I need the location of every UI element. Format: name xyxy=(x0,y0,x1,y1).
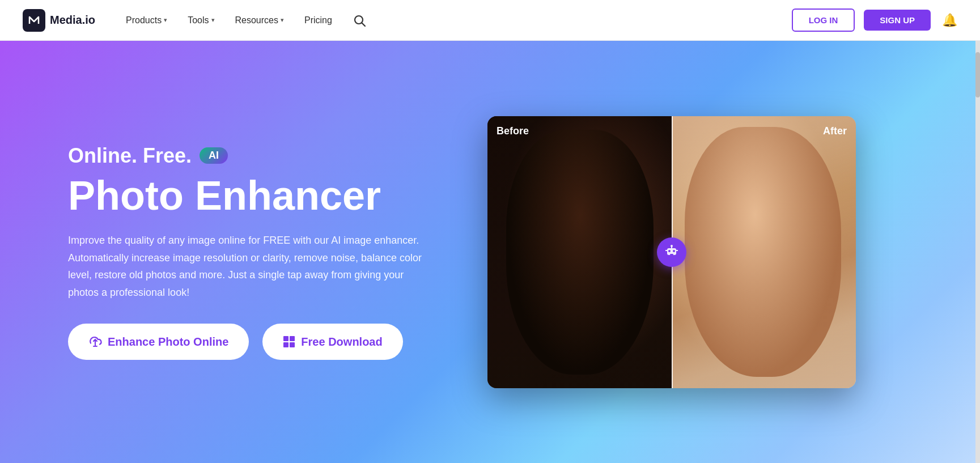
nav-item-products[interactable]: Products ▾ xyxy=(118,11,175,30)
navbar: Media.io Products ▾ Tools ▾ Resources ▾ … xyxy=(0,0,980,41)
hero-section: Online. Free. AI Photo Enhancer Improve … xyxy=(0,41,980,463)
after-face xyxy=(685,127,841,377)
search-icon xyxy=(353,14,366,27)
nav-item-pricing[interactable]: Pricing xyxy=(296,11,340,30)
scrollbar[interactable] xyxy=(975,41,980,463)
logo-icon xyxy=(23,9,45,32)
chevron-down-icon: ▾ xyxy=(211,16,215,24)
ai-badge: AI xyxy=(200,147,228,164)
after-label: After xyxy=(823,125,847,137)
after-image: After xyxy=(672,116,856,388)
hero-content: Online. Free. AI Photo Enhancer Improve … xyxy=(68,144,465,360)
hero-buttons: Enhance Photo Online Free Download xyxy=(68,324,465,360)
free-download-button[interactable]: Free Download xyxy=(262,324,402,360)
svg-rect-5 xyxy=(283,342,289,347)
svg-line-2 xyxy=(362,23,365,26)
logo-text: Media.io xyxy=(50,14,95,27)
chevron-down-icon: ▾ xyxy=(281,16,284,24)
nav-item-tools[interactable]: Tools ▾ xyxy=(180,11,222,30)
svg-rect-4 xyxy=(290,336,295,341)
ai-handle-icon xyxy=(664,243,680,262)
image-comparison-area: Before After xyxy=(487,116,856,388)
windows-icon xyxy=(283,335,295,348)
hero-badge-row: Online. Free. AI xyxy=(68,144,465,168)
enhance-photo-label: Enhance Photo Online xyxy=(108,335,228,349)
svg-rect-10 xyxy=(670,254,673,255)
signup-button[interactable]: SIGN UP xyxy=(864,10,931,31)
enhance-photo-button[interactable]: Enhance Photo Online xyxy=(68,324,249,360)
upload-cloud-icon xyxy=(88,335,102,349)
comparison-handle[interactable] xyxy=(657,237,686,267)
navbar-nav: Products ▾ Tools ▾ Resources ▾ Pricing xyxy=(118,10,792,31)
svg-rect-6 xyxy=(290,342,295,347)
hero-online-free-text: Online. Free. xyxy=(68,144,192,168)
logo-link[interactable]: Media.io xyxy=(23,9,95,32)
login-button[interactable]: LOG IN xyxy=(792,9,855,32)
svg-point-12 xyxy=(671,245,673,247)
svg-rect-3 xyxy=(283,336,289,341)
before-image: Before xyxy=(487,116,672,388)
hero-description: Improve the quality of any image online … xyxy=(68,232,436,301)
navbar-actions: LOG IN SIGN UP 🔔 xyxy=(792,9,957,32)
image-comparison: Before After xyxy=(487,116,856,388)
before-face xyxy=(506,130,654,375)
chevron-down-icon: ▾ xyxy=(164,16,167,24)
scrollbar-thumb[interactable] xyxy=(975,52,980,97)
hero-title: Photo Enhancer xyxy=(68,173,465,218)
before-label: Before xyxy=(497,125,529,137)
nav-item-resources[interactable]: Resources ▾ xyxy=(227,11,292,30)
svg-point-9 xyxy=(673,250,675,252)
search-button[interactable] xyxy=(349,10,370,31)
svg-point-8 xyxy=(668,250,671,252)
notification-bell-icon[interactable]: 🔔 xyxy=(942,13,957,28)
free-download-label: Free Download xyxy=(301,335,382,349)
